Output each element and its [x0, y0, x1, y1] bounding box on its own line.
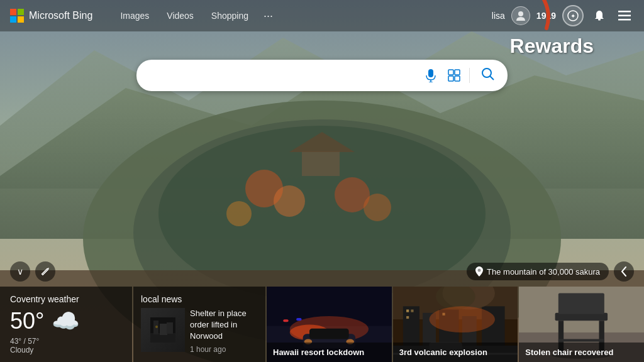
- svg-rect-47: [296, 318, 301, 321]
- svg-rect-56: [411, 310, 413, 312]
- location-badge[interactable]: The mountain of 30,000 sakura: [467, 263, 609, 280]
- svg-rect-46: [283, 319, 288, 322]
- svg-point-61: [429, 306, 494, 332]
- svg-rect-25: [455, 70, 460, 75]
- user-name: lisa: [492, 11, 505, 21]
- local-news-text-block: Shelter in place order lifted in Norwood…: [190, 308, 258, 354]
- local-news-thumbnail: [141, 308, 185, 352]
- weather-card[interactable]: Coventry weather 50° ☁️ 43° / 57° Cloudy: [0, 287, 132, 362]
- svg-text:✦: ✦: [570, 13, 575, 19]
- svg-rect-57: [406, 316, 409, 319]
- svg-rect-24: [448, 70, 453, 75]
- weather-main: 50° ☁️: [10, 308, 122, 334]
- volcano-card-label: 3rd volcanic explosion: [393, 343, 518, 362]
- local-news-img: [150, 317, 175, 343]
- search-input[interactable]: [144, 70, 423, 81]
- nav-images[interactable]: Images: [113, 7, 157, 25]
- volcano-news-card[interactable]: 3rd volcanic explosion: [393, 287, 518, 362]
- caption-left-buttons: ∨: [10, 261, 55, 282]
- nav-more-button[interactable]: ···: [258, 7, 278, 25]
- nav-links: Images Videos Shopping ···: [113, 7, 278, 25]
- svg-point-14: [518, 11, 523, 16]
- bottom-bar: ∨ The mountain of 30,000 sakura: [0, 256, 644, 362]
- weather-desc: Cloudy: [10, 346, 122, 354]
- collapse-button[interactable]: ∨: [10, 261, 30, 282]
- ms-yellow: [18, 16, 24, 23]
- edit-button[interactable]: [35, 261, 55, 282]
- logo-text: Microsoft Bing: [29, 10, 92, 21]
- search-go-icon: [481, 67, 495, 81]
- location-pin-icon: [475, 266, 483, 277]
- ms-green: [18, 9, 24, 15]
- ms-logo-grid: [10, 9, 24, 23]
- hawaii-card-label: Hawaii resort lockdown: [267, 343, 392, 362]
- svg-rect-18: [618, 11, 631, 13]
- mic-button[interactable]: [423, 66, 439, 85]
- person-icon: [515, 10, 526, 21]
- search-go-button[interactable]: [476, 65, 500, 87]
- caption-bar: ∨ The mountain of 30,000 sakura: [0, 256, 644, 287]
- location-text: The mountain of 30,000 sakura: [487, 267, 600, 277]
- weather-cloud-icon: ☁️: [52, 308, 80, 334]
- svg-point-37: [155, 326, 158, 328]
- hamburger-menu-button[interactable]: [615, 6, 634, 25]
- svg-rect-26: [448, 76, 453, 81]
- svg-rect-21: [428, 69, 433, 77]
- notification-button[interactable]: [590, 6, 609, 25]
- svg-rect-19: [618, 15, 631, 17]
- pencil-icon: [41, 267, 50, 276]
- svg-point-28: [482, 69, 491, 77]
- svg-rect-17: [598, 19, 601, 21]
- weather-temp: 50°: [10, 308, 44, 334]
- local-thumb-bg: [141, 308, 185, 352]
- hawaii-news-card[interactable]: Hawaii resort lockdown: [267, 287, 392, 362]
- mic-icon: [425, 69, 436, 82]
- visual-search-button[interactable]: [445, 67, 463, 84]
- local-news-content: Shelter in place order lifted in Norwood…: [141, 308, 258, 354]
- topbar-right: lisa 1919 ✦: [492, 5, 634, 26]
- rewards-icon: ✦: [567, 9, 579, 22]
- svg-point-31: [478, 269, 481, 272]
- svg-line-29: [490, 76, 494, 80]
- svg-rect-20: [618, 19, 631, 21]
- search-box: [136, 60, 508, 91]
- stolen-chair-label: Stolen chair recovered: [519, 343, 644, 362]
- ms-blue: [10, 16, 16, 23]
- hamburger-icon: [618, 11, 631, 21]
- rewards-button[interactable]: ✦: [562, 5, 584, 26]
- caption-right: The mountain of 30,000 sakura: [467, 261, 634, 282]
- local-news-card[interactable]: local news: [133, 287, 265, 362]
- svg-rect-34: [160, 324, 167, 335]
- ms-red: [10, 9, 16, 15]
- weather-title: Coventry weather: [10, 294, 122, 304]
- search-icons: [423, 65, 500, 87]
- stolen-chair-news-card[interactable]: Stolen chair recovered: [519, 287, 644, 362]
- svg-rect-36: [167, 322, 173, 334]
- rewards-score: 1919: [536, 11, 556, 21]
- nav-videos[interactable]: Videos: [159, 7, 201, 25]
- svg-rect-55: [406, 310, 409, 312]
- svg-rect-43: [309, 329, 349, 339]
- local-news-headline: Shelter in place order lifted in Norwood: [190, 308, 258, 343]
- logo[interactable]: Microsoft Bing: [10, 9, 92, 23]
- nav-shopping[interactable]: Shopping: [204, 7, 256, 25]
- visual-search-icon: [448, 69, 460, 82]
- weather-range: 43° / 57°: [10, 337, 122, 346]
- search-section: [136, 60, 508, 91]
- news-row: Coventry weather 50° ☁️ 43° / 57° Cloudy…: [0, 287, 644, 362]
- user-avatar[interactable]: [511, 6, 530, 25]
- topbar: Microsoft Bing Images Videos Shopping ··…: [0, 0, 644, 31]
- search-divider: [469, 68, 470, 83]
- nav-prev-button[interactable]: [614, 261, 634, 282]
- svg-rect-27: [455, 76, 460, 81]
- svg-rect-68: [558, 293, 604, 314]
- svg-rect-71: [558, 339, 604, 341]
- bell-icon: [593, 9, 606, 22]
- local-news-title: local news: [141, 294, 258, 304]
- chevron-left-icon: [621, 266, 627, 277]
- local-news-time: 1 hour ago: [190, 345, 258, 354]
